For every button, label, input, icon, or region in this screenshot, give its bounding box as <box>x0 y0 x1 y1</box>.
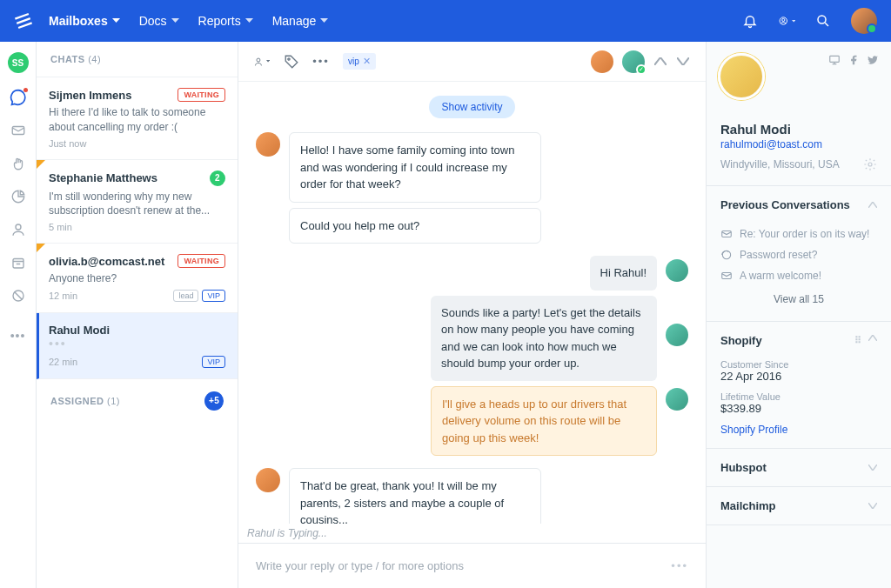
facebook-icon[interactable] <box>847 54 860 66</box>
user-avatar[interactable] <box>851 8 877 34</box>
conversation: ••• vip✕ ✓ Show activity Hello! I have s… <box>238 42 706 588</box>
monitor-icon[interactable] <box>828 54 841 66</box>
participant-avatar[interactable]: ✓ <box>622 50 645 73</box>
chat-time: 5 min <box>49 222 225 232</box>
customer-message: Hello! I have some family coming into to… <box>289 132 541 203</box>
chat-item[interactable]: Sijmen ImmensWAITING Hi there I'd like t… <box>37 77 238 160</box>
svg-point-2 <box>818 16 826 23</box>
app-logo[interactable] <box>14 11 33 30</box>
reply-placeholder: Write your reply or type / for more opti… <box>256 559 464 572</box>
shopify-section: Shopify⠿ Customer Since 22 Apr 2016 Life… <box>707 322 891 449</box>
chat-time: 12 min <box>49 291 77 301</box>
chat-item[interactable]: Stephanie Matthews2 I'm still wondering … <box>37 160 238 244</box>
twitter-icon[interactable] <box>867 54 879 66</box>
participant-avatar[interactable] <box>591 50 613 73</box>
prev-convo-item[interactable]: Re: Your order is on its way! <box>720 224 877 244</box>
prev-convo-item[interactable]: Password reset? <box>720 244 877 265</box>
archive-icon[interactable] <box>10 254 27 271</box>
nav-mailboxes[interactable]: Mailboxes <box>49 14 120 28</box>
tag-vip: VIP <box>202 356 225 368</box>
blocked-icon[interactable] <box>10 287 27 304</box>
chat-preview: Anyone there? <box>49 271 225 286</box>
hand-icon[interactable] <box>10 155 27 172</box>
section-header[interactable]: Hubspot <box>707 449 891 486</box>
nav-docs[interactable]: Docs <box>139 14 179 28</box>
nav-manage[interactable]: Manage <box>272 14 329 28</box>
bell-icon[interactable] <box>741 12 759 30</box>
chat-preview: I'm still wondering why my new subscript… <box>49 190 225 219</box>
more-icon[interactable]: ••• <box>10 327 27 344</box>
topbar: Mailboxes Docs Reports Manage <box>0 0 891 42</box>
drag-icon[interactable]: ⠿ <box>854 335 861 346</box>
agent-avatar <box>666 388 688 411</box>
chevron-up-icon[interactable] <box>653 55 667 69</box>
badge-count: 2 <box>210 170 225 186</box>
section-header[interactable]: Shopify⠿ <box>707 322 891 359</box>
shop-label: Customer Since <box>720 359 877 370</box>
profile-location: Windyville, Missouri, USA <box>720 158 840 170</box>
more-icon[interactable]: ••• <box>313 54 329 70</box>
assigned-header[interactable]: ASSIGNED (1) +5 <box>37 379 238 423</box>
svg-rect-5 <box>13 259 23 269</box>
shopify-profile-link[interactable]: Shopify Profile <box>720 424 877 436</box>
shop-value: 22 Apr 2016 <box>720 370 877 383</box>
chat-name: olivia.b@comcast.net <box>49 255 164 268</box>
section-header[interactable]: Mailchimp <box>707 487 891 525</box>
chevron-up-icon <box>868 335 877 346</box>
rail: SS ••• <box>0 42 37 588</box>
person-icon[interactable] <box>10 221 27 238</box>
agent-avatar <box>666 324 688 346</box>
svg-point-4 <box>16 224 21 230</box>
chat-item[interactable]: olivia.b@comcast.netWAITING Anyone there… <box>37 244 238 313</box>
customer-message: That'd be great, thank you! It will be m… <box>289 468 541 524</box>
nav-reports[interactable]: Reports <box>198 14 253 28</box>
chat-item-selected[interactable]: Rahul Modi ••• 22 minVIP <box>37 313 238 379</box>
customer-message: Could you help me out? <box>289 208 541 244</box>
prev-convo-item[interactable]: A warm welcome! <box>720 265 877 286</box>
chat-name: Rahul Modi <box>49 324 110 337</box>
main: SS ••• CHATS (4) Sijmen ImmensWAITING Hi… <box>0 42 891 588</box>
view-all-link[interactable]: View all 15 <box>720 286 877 309</box>
svg-rect-9 <box>830 56 840 62</box>
shop-value: $339.89 <box>720 402 877 415</box>
envelope-icon[interactable] <box>10 122 27 139</box>
tag-icon[interactable] <box>284 54 299 70</box>
agent-avatar <box>666 259 688 282</box>
assign-icon[interactable] <box>254 54 270 70</box>
chat-icon[interactable] <box>10 89 27 106</box>
chat-time: 22 min <box>49 357 77 367</box>
svg-point-8 <box>288 57 290 59</box>
badge-more: +5 <box>204 391 224 411</box>
convo-toolbar: ••• vip✕ ✓ <box>238 42 706 82</box>
nav: Mailboxes Docs Reports Manage <box>49 14 741 28</box>
search-icon[interactable] <box>814 12 832 30</box>
shop-label: Lifetime Value <box>720 391 877 402</box>
reply-box[interactable]: Write your reply or type / for more opti… <box>238 543 706 588</box>
customer-avatar <box>256 132 280 157</box>
profile-avatar <box>720 56 762 97</box>
hubspot-section: Hubspot <box>707 449 891 487</box>
rail-avatar[interactable]: SS <box>8 52 29 73</box>
profile-name: Rahul Modi <box>720 122 877 137</box>
sidepanel: Rahul Modi rahulmodi@toast.com Windyvill… <box>706 42 891 588</box>
convo-body: Show activity Hello! I have some family … <box>238 82 706 524</box>
chat-name: Stephanie Matthews <box>49 171 157 184</box>
badge-waiting: WAITING <box>178 254 225 268</box>
more-icon[interactable]: ••• <box>671 559 688 572</box>
svg-point-1 <box>782 18 785 21</box>
section-header[interactable]: Previous Conversations <box>707 186 891 224</box>
globe-icon[interactable] <box>778 12 795 30</box>
profile-card: Rahul Modi rahulmodi@toast.com Windyvill… <box>707 42 891 186</box>
chart-icon[interactable] <box>10 188 27 205</box>
mailchimp-section: Mailchimp <box>707 487 891 525</box>
note-message: I'll give a heads up to our drivers that… <box>431 386 657 457</box>
chevron-down-icon <box>868 503 877 509</box>
profile-email[interactable]: rahulmodi@toast.com <box>720 138 877 150</box>
close-icon[interactable]: ✕ <box>363 56 371 67</box>
chat-preview: Hi there I'd like to talk to someone abo… <box>49 105 225 135</box>
vip-tag: vip✕ <box>343 53 376 70</box>
show-activity-button[interactable]: Show activity <box>429 96 514 118</box>
chevron-down-icon[interactable] <box>676 55 690 69</box>
gear-icon[interactable] <box>863 157 877 171</box>
chatlist-header: CHATS (4) <box>37 42 238 77</box>
